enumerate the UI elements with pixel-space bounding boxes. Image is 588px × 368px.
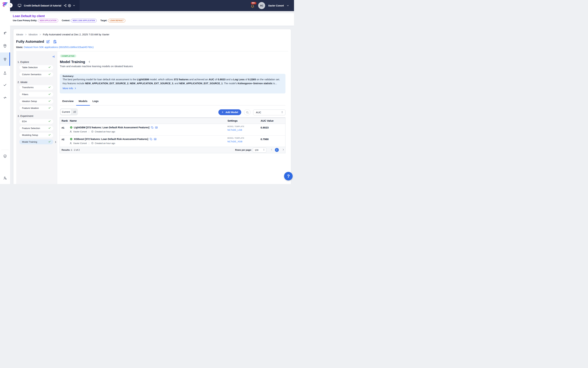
svg-text:ID: ID [154, 138, 156, 140]
svg-text:ID: ID [156, 127, 157, 128]
